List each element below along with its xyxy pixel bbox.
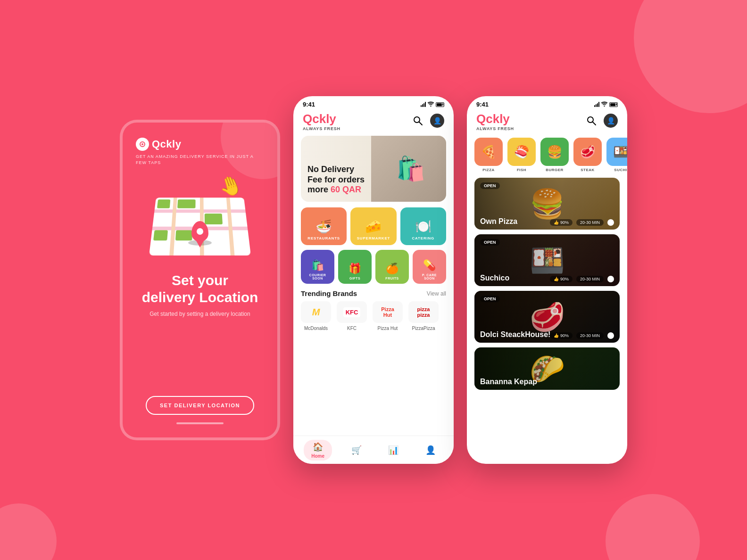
food-cat-suchi[interactable]: 🍱 SUCHI [606,138,627,172]
food-cat-pizza[interactable]: 🍕 PIZZA [474,138,503,172]
screens-container: Qckly GET AN AMAZING DELIVERY SERVICE IN… [120,96,627,464]
category-gifts[interactable]: 🎁 GIFTS [338,250,372,284]
avatar[interactable]: 👤 [430,114,444,128]
restaurant-bananna[interactable]: 🌮 Bananna Kepap [474,347,620,390]
trending-brands-title: Trending Brands [301,289,357,297]
own-pizza-meta: 👍 90% 20-30 MIN [550,219,614,226]
restaurant-own-pizza[interactable]: 🍔 OPEN Own Pizza 👍 90% 20-30 MIN [474,178,620,230]
status-time-3: 9:41 [476,101,489,108]
own-pizza-time: 20-30 MIN [576,219,604,226]
category-pcare[interactable]: 💊 P. CARESOON [413,250,446,284]
steak-icon-wrap: 🥩 [573,138,602,166]
restaurants-icon: 🍜 [315,219,332,234]
pizza-label: PIZZA [482,168,495,172]
gifts-icon: 🎁 [349,263,361,275]
own-pizza-name: Own Pizza [480,217,517,226]
categories-grid-top: 🍜 RESTAURANTS 🧀 SUPERMARKET 🍽️ CATERING [293,207,454,250]
nav-stats[interactable]: 📊 [381,443,406,457]
screen-restaurants: 9:41 [467,96,627,464]
restaurant-suchico[interactable]: 🍱 OPEN Suchico 👍 90% 20-30 MIN [474,234,620,286]
burger-icon-wrap: 🍔 [540,138,569,166]
category-restaurants[interactable]: 🍜 RESTAURANTS [301,207,347,245]
status-time: 9:41 [303,101,315,108]
app-header-3: Qckly ALWAYS FRESH 👤 [467,110,627,136]
food-cat-burger[interactable]: 🍔 BURGER [540,138,569,172]
food-categories-scroll: 🍕 PIZZA 🍣 FISH 🍔 BURGER 🥩 STE [467,136,627,178]
brand-pizzapizza[interactable]: pizzapizza PizzaPizza [408,301,439,331]
header-logo: Qckly [303,112,340,126]
screen-onboarding: Qckly GET AN AMAZING DELIVERY SERVICE IN… [120,120,280,440]
set-delivery-location-button[interactable]: SET DELIVERY LOCATION [146,396,254,415]
category-catering[interactable]: 🍽️ CATERING [400,207,446,245]
pizzahut-logo: PizzaHut [373,301,403,323]
signal-icon [421,102,426,107]
dolci-time: 20-30 MIN [576,332,604,339]
bananna-info: Bananna Kepap [480,378,537,386]
onboarding-tagline: GET AN AMAZING DELIVERY SERVICE IN JUST … [136,154,264,165]
svg-point-4 [588,117,593,123]
suchico-name: Suchico [480,274,509,282]
food-cat-steak[interactable]: 🥩 STEAK [573,138,602,172]
screen-content: No Delivery Fee for orders more 60 QAR 🛍… [293,136,454,436]
own-pizza-circle [607,219,614,226]
category-fruits[interactable]: 🍊 FRUITS [375,250,409,284]
promo-banner[interactable]: No Delivery Fee for orders more 60 QAR 🛍… [301,136,446,202]
steak-label: STEAK [581,168,595,172]
header-logo-3: Qckly [476,112,514,126]
wifi-icon-3 [601,101,607,107]
header-logo-group-3: Qckly ALWAYS FRESH [476,112,514,131]
restaurant-dolci[interactable]: 🥩 OPEN Dolci SteackHouse! 👍 90% 20-30 MI… [474,291,620,343]
courier-label: COURIERSOON [309,273,326,280]
onboarding-subtitle: Get started by setting a delivery locati… [149,311,250,317]
gifts-label: GIFTS [349,277,360,280]
brand-pizzahut[interactable]: PizzaHut Pizza Hut [373,301,403,331]
supermarket-icon: 🧀 [365,219,382,234]
categories-grid-bottom: 🛍️ COURIERSOON 🎁 GIFTS 🍊 FRUITS 💊 P. CAR… [293,250,454,289]
suchi-icon: 🍱 [613,145,627,159]
search-button[interactable] [411,114,424,127]
dolci-info: Dolci SteackHouse! [480,330,550,339]
suchi-icon-wrap: 🍱 [606,138,627,166]
view-all-link[interactable]: View all [427,290,446,297]
avatar-3[interactable]: 👤 [604,114,618,128]
suchi-label: SUCHI [614,168,627,172]
header-subtitle: ALWAYS FRESH [303,126,340,131]
brand-kfc[interactable]: KFC KFC [337,301,367,331]
category-supermarket[interactable]: 🧀 SUPERMARKET [350,207,396,245]
svg-point-2 [414,117,420,123]
fish-icon-wrap: 🍣 [507,138,536,166]
search-button-3[interactable] [585,114,598,127]
onboarding-logo: Qckly [136,138,181,151]
dolci-rating: 👍 90% [550,332,573,339]
bananna-name: Bananna Kepap [480,378,537,386]
catering-icon: 🍽️ [415,219,432,234]
brand-mcdonalds[interactable]: M McDonalds [301,301,331,331]
suchico-time: 20-30 MIN [576,276,604,282]
orders-icon: 🛒 [351,445,362,455]
screen-home: 9:41 [293,96,454,464]
restaurants-list: 🍔 OPEN Own Pizza 👍 90% 20-30 MIN 🍱 [467,178,627,464]
suchico-circle [607,276,614,282]
dolci-meta: 👍 90% 20-30 MIN [550,332,614,339]
nav-orders[interactable]: 🛒 [344,443,369,457]
kfc-name: KFC [347,326,357,331]
home-indicator [176,422,224,424]
header-subtitle-3: ALWAYS FRESH [476,126,514,131]
pcare-icon: 💊 [423,259,436,272]
promo-image: 🛍️ [371,136,446,202]
map-illustration: 🤚 [148,175,252,260]
onboarding-title: Set yourdelivery Location [142,272,258,306]
brands-row: M McDonalds KFC KFC PizzaHut Pizza Hut [293,301,454,331]
kfc-logo: KFC [337,301,367,323]
category-courier[interactable]: 🛍️ COURIERSOON [301,250,334,284]
food-cat-fish[interactable]: 🍣 FISH [507,138,536,172]
status-bar-3: 9:41 [467,96,627,110]
suchico-status: OPEN [480,239,500,246]
own-pizza-rating: 👍 90% [550,219,573,226]
nav-profile[interactable]: 👤 [418,443,443,457]
nav-home-label: Home [311,453,324,459]
svg-line-3 [419,122,422,125]
fruits-label: FRUITS [385,277,398,280]
pizzahut-name: Pizza Hut [378,326,398,331]
nav-home[interactable]: 🏠 Home [304,440,332,461]
